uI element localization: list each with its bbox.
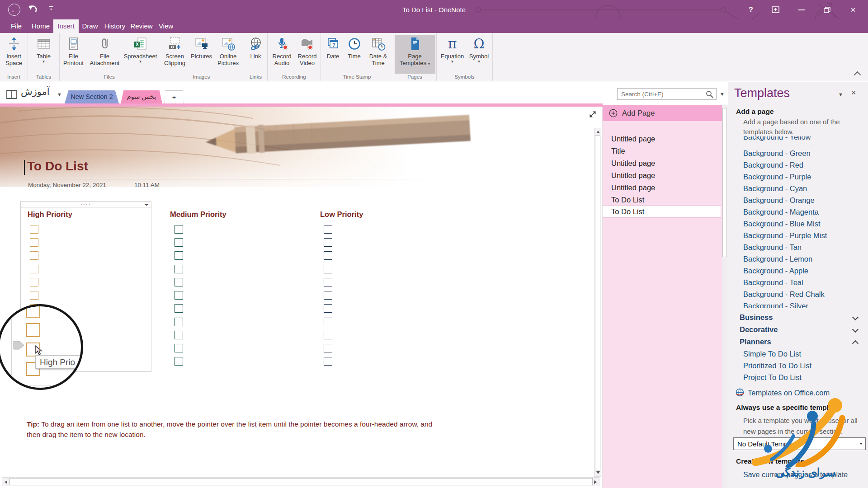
symbol-button[interactable]: Ω Symbol ▾ xyxy=(467,35,491,74)
todo-checkbox[interactable] xyxy=(175,331,183,339)
record-audio-button[interactable]: RecordAudio xyxy=(269,35,295,74)
tab-file[interactable]: File xyxy=(5,19,27,33)
template-item[interactable]: Background - Cyan xyxy=(743,184,807,193)
record-video-button[interactable]: RecordVideo xyxy=(295,35,320,74)
online-pictures-button[interactable]: OnlinePictures xyxy=(214,35,242,74)
horizontal-scroll-thumb[interactable] xyxy=(9,478,593,485)
todo-checkbox[interactable] xyxy=(324,291,332,300)
scroll-left-arrow[interactable] xyxy=(5,480,7,484)
pictures-button[interactable]: Pictures xyxy=(189,35,214,74)
template-item[interactable]: Background - Green xyxy=(743,149,811,158)
vertical-scroll-thumb[interactable] xyxy=(595,135,600,470)
page-list-item[interactable]: Untitled page xyxy=(611,159,655,168)
back-button[interactable]: ← xyxy=(8,4,20,16)
table-button[interactable]: Table ▾ xyxy=(31,35,57,74)
todo-checkbox[interactable] xyxy=(324,318,332,326)
category-decorative[interactable]: Decorative xyxy=(740,325,778,334)
page-list-scrollbar[interactable] xyxy=(722,105,728,488)
notebook-selector[interactable]: آموزش xyxy=(21,86,50,97)
category-business[interactable]: Business xyxy=(740,313,773,322)
resize-arrows-icon[interactable]: ◂▸ xyxy=(145,202,148,207)
equation-button[interactable]: π Equation ▾ xyxy=(438,35,467,74)
page-list-item-selected[interactable]: To Do List xyxy=(603,205,721,218)
template-item[interactable]: Background - Silver xyxy=(743,302,808,308)
todo-checkbox[interactable] xyxy=(324,331,332,339)
panel-close-icon[interactable]: × xyxy=(851,88,856,98)
page-list-scroll-thumb[interactable] xyxy=(722,108,727,257)
minimize-button[interactable] xyxy=(792,0,811,19)
todo-checkbox[interactable] xyxy=(175,318,183,326)
file-attachment-button[interactable]: FileAttachment xyxy=(87,35,123,74)
date-time-button[interactable]: Date &Time xyxy=(365,35,392,74)
chevron-down-icon[interactable] xyxy=(852,314,859,320)
template-item[interactable]: Background - Apple xyxy=(743,267,808,275)
chevron-down-icon[interactable] xyxy=(852,326,859,333)
undo-icon[interactable] xyxy=(27,5,39,15)
tab-home[interactable]: Home xyxy=(28,19,53,33)
todo-checkbox[interactable] xyxy=(324,238,332,247)
help-button[interactable]: ? xyxy=(741,0,760,19)
office-templates-link[interactable]: Templates on Office.com xyxy=(748,389,830,397)
scroll-down-arrow[interactable] xyxy=(596,471,600,474)
horizontal-scrollbar[interactable] xyxy=(2,477,599,486)
todo-checkbox[interactable] xyxy=(30,291,38,300)
page-list-item[interactable]: Untitled page xyxy=(611,183,655,192)
todo-checkbox[interactable] xyxy=(324,304,332,313)
page-list-item[interactable]: Title xyxy=(611,147,625,155)
search-box[interactable] xyxy=(617,88,717,100)
search-scope-caret[interactable]: ▼ xyxy=(720,91,725,97)
template-item[interactable]: Background - Blue Mist xyxy=(743,220,821,228)
todo-checkbox[interactable] xyxy=(175,291,183,300)
tab-view[interactable]: View xyxy=(155,19,177,33)
close-button[interactable]: × xyxy=(844,0,863,19)
page-templates-button[interactable]: PageTemplates ▾ xyxy=(395,35,435,74)
todo-checkbox[interactable] xyxy=(175,304,183,313)
link-button[interactable]: Link xyxy=(246,35,266,74)
page-list-item[interactable]: To Do List xyxy=(611,196,644,204)
template-item[interactable]: Background - Orange xyxy=(743,196,815,205)
expand-page-icon[interactable] xyxy=(588,109,598,119)
todo-checkbox[interactable] xyxy=(30,278,38,286)
todo-checkbox[interactable] xyxy=(324,251,332,260)
template-item[interactable]: Background - Teal xyxy=(743,278,803,287)
container-drag-strip[interactable]: ···· ◂▸ xyxy=(21,202,151,208)
chevron-up-icon[interactable] xyxy=(852,340,859,347)
template-item-project-todo[interactable]: Project To Do List xyxy=(743,373,802,382)
spreadsheet-button[interactable]: X Spreadsheet ▾ xyxy=(123,35,159,74)
todo-checkbox[interactable] xyxy=(175,357,183,366)
notebook-dropdown-caret[interactable]: ▼ xyxy=(57,92,62,97)
scroll-up-arrow[interactable] xyxy=(596,131,600,133)
template-item[interactable]: Background - Red Chalk xyxy=(743,290,825,299)
todo-checkbox[interactable] xyxy=(175,238,183,247)
date-button[interactable]: 7 Date xyxy=(322,35,344,74)
category-planners[interactable]: Planners xyxy=(740,338,771,346)
template-item-prioritized-todo[interactable]: Prioritized To Do List xyxy=(743,361,811,370)
template-item[interactable]: Background - Tan xyxy=(743,243,802,252)
screen-clipping-button[interactable]: ScreenClipping xyxy=(161,35,189,74)
template-item[interactable]: Background - Purple xyxy=(743,173,811,181)
section-tab-new-section-2[interactable]: New Section 2 xyxy=(65,90,119,103)
todo-checkbox[interactable] xyxy=(324,225,332,234)
vertical-scrollbar[interactable] xyxy=(594,128,601,477)
template-item[interactable]: Background - Magenta xyxy=(743,208,819,216)
new-section-tab[interactable]: + xyxy=(164,90,184,103)
tab-draw[interactable]: Draw xyxy=(79,19,101,33)
page-list-item[interactable]: Untitled page xyxy=(611,171,655,180)
search-input[interactable] xyxy=(618,90,706,98)
template-list-viewport[interactable]: Background - Yellow Background - Green B… xyxy=(728,136,864,308)
todo-checkbox[interactable] xyxy=(324,265,332,273)
todo-checkbox[interactable] xyxy=(175,225,183,234)
default-template-select[interactable]: No Default Template ▾ xyxy=(733,437,866,450)
todo-checkbox[interactable] xyxy=(30,251,38,260)
template-item-simple-todo[interactable]: Simple To Do List xyxy=(743,350,801,358)
todo-checkbox[interactable] xyxy=(324,278,332,286)
template-item[interactable]: Background - Lemon xyxy=(743,255,812,263)
template-item[interactable]: Background - Red xyxy=(743,161,803,169)
drag-handle-dots-icon[interactable]: ···· xyxy=(81,202,91,206)
save-as-template-link[interactable]: Save current page as a template xyxy=(743,471,848,479)
todo-checkbox[interactable] xyxy=(324,344,332,352)
page-canvas[interactable]: To Do List Monday, November 22, 2021 10:… xyxy=(0,107,602,488)
scroll-right-arrow[interactable] xyxy=(594,480,597,484)
collapse-ribbon-icon[interactable] xyxy=(854,71,861,79)
insert-space-button[interactable]: InsertSpace xyxy=(2,35,26,74)
